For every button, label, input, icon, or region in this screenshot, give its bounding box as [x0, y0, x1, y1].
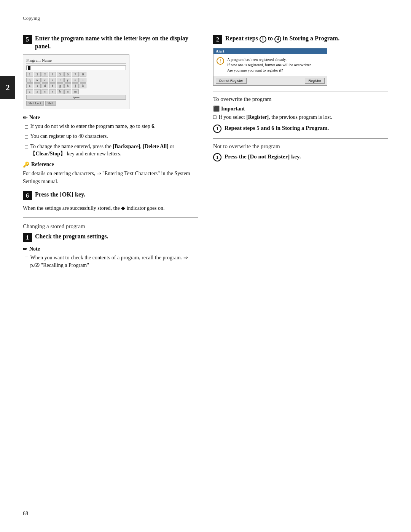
kb-shift-row: Shift Lock Shift: [26, 101, 126, 106]
not-overwrite-divider: [213, 138, 388, 139]
note-item-4: □ When you want to check the contents of…: [25, 254, 198, 269]
kb-key-m: m: [72, 89, 79, 94]
ref-block: 🔑 Reference For details on entering char…: [23, 161, 198, 185]
note-text-3: To change the name entered, press the [B…: [30, 143, 198, 158]
not-overwrite-label: Not to overwrite the program: [213, 142, 388, 150]
step2-num: 2: [213, 35, 222, 44]
important-text-1: If you select [Register], the previous p…: [218, 113, 332, 121]
kb-asdf-row: a s d f g h j k: [26, 83, 126, 88]
step6-num: 6: [23, 191, 32, 200]
change-step1-header: 1 Check the program settings.: [23, 233, 198, 242]
note-items-1: □ If you do not wish to enter the progra…: [23, 123, 198, 158]
dialog-buttons: Do not Register Register: [213, 76, 327, 85]
kb-key-3: 3: [41, 72, 48, 77]
kb-title: Program Name: [26, 58, 126, 64]
kb-key-n: n: [64, 89, 71, 94]
overwrite-divider: [213, 91, 388, 91]
kb-key-5: 5: [57, 72, 64, 77]
kb-space-key: Space: [26, 95, 126, 100]
to-overwrite-label: To overwrite the program: [213, 94, 388, 102]
note-label-1: Note: [29, 115, 40, 121]
note-bullet-4: □: [25, 255, 28, 269]
kb-key-7: 7: [72, 72, 79, 77]
ref-label: Reference: [31, 161, 54, 168]
ref-header: 🔑 Reference: [23, 161, 198, 168]
note-block-2: ✏ Note □ When you want to check the cont…: [23, 246, 198, 269]
kb-key-w: w: [34, 78, 41, 83]
kb-shift-key: Shift: [45, 101, 56, 106]
left-column: 5 Enter the program name with the letter…: [23, 35, 198, 273]
kb-key-4: 4: [49, 72, 56, 77]
step6-header: 6 Press the [OK] key.: [23, 191, 198, 200]
note-text-1: If you do not wish to enter the program …: [30, 123, 155, 131]
note-icon-1: ✏: [23, 115, 27, 121]
kb-key-f: f: [49, 83, 56, 88]
kb-key-k: k: [80, 83, 86, 88]
kb-zxcv-row: z x c v b n m: [26, 89, 126, 94]
dialog-illustration: Alert ! A program has been registered al…: [213, 48, 327, 86]
page-number: 68: [23, 511, 28, 517]
breadcrumb-text: Copying: [23, 15, 40, 21]
do-not-register-button[interactable]: Do not Register: [216, 78, 247, 84]
kb-key-b: b: [57, 89, 64, 94]
register-button[interactable]: Register: [305, 78, 325, 84]
kb-num-row: 1 2 3 4 5 6 7 8: [26, 72, 126, 77]
keyboard-illustration: Program Name 1 2 3 4 5 6 7 8: [23, 54, 129, 109]
ref-text: For details on entering characters, ⇒ "E…: [23, 169, 198, 185]
kb-key-d: d: [41, 83, 48, 88]
step6-desc: When the settings are successfully store…: [23, 204, 198, 212]
kb-key-y: y: [64, 78, 71, 83]
note-items-2: □ When you want to check the contents of…: [23, 254, 198, 269]
note-bullet-1: □: [25, 123, 28, 131]
kb-key-e: e: [41, 78, 48, 83]
note-item-2: □ You can register up to 40 characters.: [25, 133, 198, 141]
note-header-2: ✏ Note: [23, 246, 198, 252]
kb-key-j: j: [72, 83, 79, 88]
kb-key-a: a: [26, 83, 33, 88]
kb-key-s: s: [34, 83, 41, 88]
note-item-1: □ If you do not wish to enter the progra…: [25, 123, 198, 131]
important-icon: ⬛: [213, 105, 220, 112]
overwrite-step1-num: 1: [213, 125, 221, 133]
step5-title: Enter the program name with the letter k…: [35, 35, 198, 51]
kb-key-x: x: [34, 89, 41, 94]
change-step1-title: Check the program settings.: [35, 233, 108, 241]
divider-1: [23, 217, 198, 218]
note-icon-2: ✏: [23, 246, 27, 252]
important-item-1: □ If you select [Register], the previous…: [213, 113, 388, 121]
kb-key-v: v: [49, 89, 56, 94]
note-block-1: ✏ Note □ If you do not wish to enter the…: [23, 115, 198, 158]
page: 2 Copying 5 Enter the program name with …: [0, 0, 411, 532]
kb-key-c: c: [41, 89, 48, 94]
note-label-2: Note: [29, 246, 40, 252]
kb-qwerty-row: q w e r t y u i: [26, 78, 126, 83]
dialog-warning-text: A program has been registered already. I…: [227, 57, 312, 73]
range-start-circle: 1: [260, 36, 266, 43]
kb-input-field: [26, 66, 126, 70]
kb-space-row: Space: [26, 95, 126, 100]
dialog-titlebar: Alert: [213, 48, 327, 54]
note-bullet-2: □: [25, 133, 28, 141]
important-header: ⬛ Important: [213, 105, 388, 112]
main-content: 5 Enter the program name with the letter…: [23, 35, 388, 273]
step5-header: 5 Enter the program name with the letter…: [23, 35, 198, 51]
kb-key-1: 1: [26, 72, 33, 77]
warning-icon: !: [217, 57, 224, 65]
step2-title: Repeat steps 1 to 4 in Storing a Program…: [225, 35, 339, 43]
not-overwrite-step1: 1 Press the [Do not Register] key.: [213, 153, 388, 161]
kb-key-i: i: [80, 78, 86, 83]
kb-key-8: 8: [80, 72, 86, 77]
not-overwrite-step1-text: Press the [Do not Register] key.: [225, 153, 301, 161]
note-item-3: □ To change the name entered, press the …: [25, 143, 198, 158]
kb-shift-lock-key: Shift Lock: [26, 101, 44, 106]
ref-content: For details on entering characters, ⇒ "E…: [23, 171, 190, 184]
kb-key-h: h: [64, 83, 71, 88]
not-overwrite-step1-num: 1: [213, 153, 221, 161]
kb-key-q: q: [26, 78, 33, 83]
range-end-circle: 4: [274, 36, 281, 43]
reference-icon: 🔑: [23, 161, 29, 168]
kb-cursor: [28, 66, 30, 70]
kb-key-6: 6: [64, 72, 71, 77]
kb-key-2: 2: [34, 72, 41, 77]
overwrite-step1: 1 Repeat steps 5 and 6 in Storing a Prog…: [213, 124, 388, 133]
